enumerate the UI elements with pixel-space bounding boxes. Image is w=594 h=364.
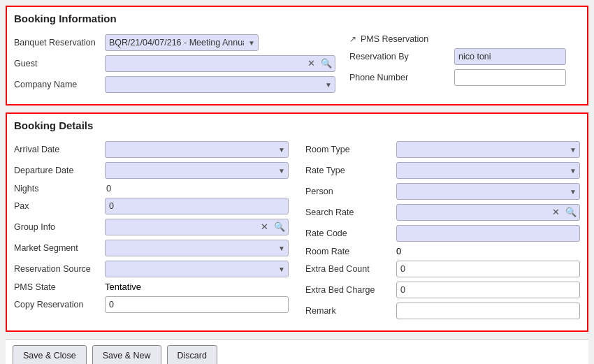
phone-number-label: Phone Number xyxy=(349,73,454,82)
room-type-select-wrap: ▼ xyxy=(396,141,580,158)
discard-button[interactable]: Discard xyxy=(167,345,217,364)
group-info-input-group: ✕ 🔍 xyxy=(105,219,289,235)
save-close-button[interactable]: Save & Close xyxy=(13,345,87,364)
pax-input[interactable] xyxy=(105,198,289,214)
group-info-input[interactable] xyxy=(106,219,258,235)
search-rate-clear-icon[interactable]: ✕ xyxy=(549,204,563,221)
guest-label: Guest xyxy=(14,59,105,68)
banquet-reservation-select[interactable]: BQR/21/04/07/216 - Meeting Annual Gudar xyxy=(105,34,259,51)
pms-state-row: PMS State Tentative xyxy=(14,282,289,292)
market-segment-row: Market Segment ▼ xyxy=(14,240,289,256)
rate-type-label: Rate Type xyxy=(305,166,396,175)
reservation-source-row: Reservation Source ▼ xyxy=(14,261,289,277)
search-rate-search-icon[interactable]: 🔍 xyxy=(563,204,579,221)
copy-reservation-row: Copy Reservation xyxy=(14,296,289,313)
reservation-by-row: Reservation By xyxy=(349,48,580,65)
remark-row: Remark xyxy=(305,303,580,319)
search-rate-input-group: ✕ 🔍 xyxy=(396,204,580,221)
copy-reservation-input[interactable] xyxy=(105,296,289,313)
extra-bed-charge-input[interactable] xyxy=(396,282,580,298)
room-rate-value: 0 xyxy=(396,246,401,256)
reservation-source-select-wrap: ▼ xyxy=(105,261,289,277)
phone-number-row: Phone Number xyxy=(349,69,580,86)
nights-label: Nights xyxy=(14,184,105,194)
room-type-select[interactable] xyxy=(396,141,580,158)
market-segment-label: Market Segment xyxy=(14,243,105,253)
booking-details-section: Booking Details Arrival Date ▼ Departure… xyxy=(6,112,588,332)
search-rate-row: Search Rate ✕ 🔍 xyxy=(305,204,580,221)
group-info-search-icon[interactable]: 🔍 xyxy=(271,219,288,235)
guest-search-icon[interactable]: 🔍 xyxy=(318,55,335,72)
search-rate-label: Search Rate xyxy=(305,208,396,217)
market-segment-select-wrap: ▼ xyxy=(105,240,289,256)
nights-row: Nights 0 xyxy=(14,183,289,194)
reservation-by-label: Reservation By xyxy=(349,52,454,61)
banquet-reservation-row: Banquet Reservation BQR/21/04/07/216 - M… xyxy=(14,34,335,51)
room-rate-row: Room Rate 0 xyxy=(305,246,580,256)
copy-reservation-label: Copy Reservation xyxy=(14,300,105,310)
arrival-date-select-wrap: ▼ xyxy=(105,141,289,158)
rate-code-row: Rate Code xyxy=(305,225,580,242)
departure-date-select-wrap: ▼ xyxy=(105,162,289,179)
pms-state-value: Tentative xyxy=(105,282,141,292)
banquet-reservation-select-wrap: BQR/21/04/07/216 - Meeting Annual Gudar … xyxy=(105,34,259,51)
nights-value: 0 xyxy=(105,183,111,194)
extra-bed-count-input[interactable] xyxy=(396,261,580,277)
reservation-source-select[interactable] xyxy=(105,261,289,277)
booking-details-right: Room Type ▼ Rate Type ▼ Person ▼ xyxy=(305,141,580,323)
company-name-label: Company Name xyxy=(14,80,105,89)
booking-info-title: Booking Information xyxy=(14,13,580,27)
guest-clear-icon[interactable]: ✕ xyxy=(305,55,318,72)
company-name-select[interactable] xyxy=(105,76,335,93)
extra-bed-charge-label: Extra Bed Charge xyxy=(305,285,396,295)
guest-input[interactable] xyxy=(106,56,305,71)
arrival-date-row: Arrival Date ▼ xyxy=(14,141,289,158)
save-new-button[interactable]: Save & New xyxy=(92,345,161,364)
room-type-row: Room Type ▼ xyxy=(305,141,580,158)
rate-type-select-wrap: ▼ xyxy=(396,162,580,179)
reservation-source-label: Reservation Source xyxy=(14,264,105,274)
departure-date-row: Departure Date ▼ xyxy=(14,162,289,179)
search-rate-input[interactable] xyxy=(397,205,549,220)
pax-row: Pax xyxy=(14,198,289,214)
departure-date-select[interactable] xyxy=(105,162,289,179)
departure-date-label: Departure Date xyxy=(14,166,105,175)
guest-input-group: ✕ 🔍 xyxy=(105,55,335,72)
person-label: Person xyxy=(305,187,396,196)
extra-bed-charge-row: Extra Bed Charge xyxy=(305,282,580,298)
group-info-label: Group Info xyxy=(14,222,105,232)
button-bar: Save & Close Save & New Discard xyxy=(6,339,588,364)
reservation-by-input[interactable] xyxy=(454,48,566,65)
rate-code-input[interactable] xyxy=(396,225,580,242)
person-row: Person ▼ xyxy=(305,183,580,200)
pax-label: Pax xyxy=(14,201,105,211)
arrival-date-label: Arrival Date xyxy=(14,145,105,154)
room-type-label: Room Type xyxy=(305,145,396,154)
remark-input[interactable] xyxy=(396,303,580,319)
guest-row: Guest ✕ 🔍 xyxy=(14,55,335,72)
company-name-select-wrap: ▼ xyxy=(105,76,335,93)
group-info-row: Group Info ✕ 🔍 xyxy=(14,219,289,235)
rate-type-select[interactable] xyxy=(396,162,580,179)
booking-details-title: Booking Details xyxy=(14,119,580,134)
person-select-wrap: ▼ xyxy=(396,183,580,200)
rate-type-row: Rate Type ▼ xyxy=(305,162,580,179)
banquet-reservation-label: Banquet Reservation xyxy=(14,38,105,48)
extra-bed-count-label: Extra Bed Count xyxy=(305,264,396,274)
arrival-date-select[interactable] xyxy=(105,141,289,158)
group-info-clear-icon[interactable]: ✕ xyxy=(258,219,271,235)
pms-reservation-label: PMS Reservation xyxy=(361,34,465,44)
pms-state-label: PMS State xyxy=(14,282,105,292)
remark-label: Remark xyxy=(305,306,396,316)
phone-number-input[interactable] xyxy=(454,69,566,86)
booking-details-left: Arrival Date ▼ Departure Date ▼ Nights 0 xyxy=(14,141,289,323)
person-select[interactable] xyxy=(396,183,580,200)
room-rate-label: Room Rate xyxy=(305,247,396,256)
external-link-icon: ↗ xyxy=(349,34,356,44)
pms-reservation-row: ↗ PMS Reservation xyxy=(349,34,580,44)
extra-bed-count-row: Extra Bed Count xyxy=(305,261,580,277)
market-segment-select[interactable] xyxy=(105,240,289,256)
company-name-row: Company Name ▼ xyxy=(14,76,335,93)
pms-info-panel: ↗ PMS Reservation Reservation By Phone N… xyxy=(349,34,580,90)
booking-information-section: Booking Information Banquet Reservation … xyxy=(6,6,588,105)
